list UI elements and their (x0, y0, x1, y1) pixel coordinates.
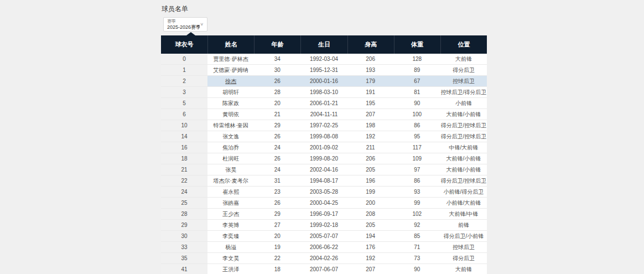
player-name-link[interactable]: 王少杰 (222, 210, 239, 218)
player-name-link[interactable]: 李奕臻 (222, 232, 239, 240)
cell-position: 大前锋/小前锋 (440, 153, 487, 164)
season-select[interactable]: 赛季 2025-2026赛季 ∨ (163, 17, 207, 32)
player-name-link[interactable]: 王洪泽 (222, 266, 239, 273)
cell-position: 大前锋/小前锋 (440, 164, 487, 175)
column-header-0[interactable]: 球衣号 (161, 35, 207, 54)
cell-jersey: 28 (161, 209, 207, 220)
table-row[interactable]: 5陈家政202006-01-2119590小前锋 (161, 98, 487, 109)
table-row[interactable]: 0贾里德·萨林杰341992-03-04206128大前锋 (161, 54, 487, 65)
table-row[interactable]: 16焦泊乔242001-09-02211117中锋/大前锋 (161, 142, 487, 153)
cell-name: 张昊 (207, 164, 254, 175)
cell-position: 前锋 (440, 220, 487, 231)
player-name-link[interactable]: 李文昊 (222, 255, 239, 262)
cell-birthday: 2005-07-07 (300, 231, 347, 242)
table-row[interactable]: 35李文昊222004-02-2619273得分后卫 (161, 253, 487, 264)
player-name-link[interactable]: 杨溢 (225, 244, 236, 251)
table-row[interactable]: 1艾德蒙·萨姆纳301995-12-3119389得分后卫 (161, 65, 487, 76)
table-row[interactable]: 10特雷维林·奎因291997-02-2519886得分后卫/控球后卫 (161, 120, 487, 131)
player-name-link[interactable]: 李英博 (222, 221, 239, 229)
column-header-3[interactable]: 生日 (300, 35, 347, 54)
table-row[interactable]: 25张皓嘉262000-04-2520099小前锋/大前锋 (161, 198, 487, 209)
column-header-1[interactable]: 姓名 (207, 35, 254, 54)
player-name-link[interactable]: 陈家政 (222, 100, 239, 107)
cell-name: 张皓嘉 (207, 198, 254, 209)
table-row[interactable]: 30李奕臻202005-07-0719485得分后卫/小前锋 (161, 231, 487, 242)
player-name-link[interactable]: 黄明依 (222, 111, 239, 118)
cell-height: 200 (347, 198, 394, 209)
cell-jersey: 2 (161, 76, 207, 87)
cell-weight: 90 (394, 98, 440, 109)
table-row[interactable]: 6黄明依212004-11-11207100大前锋/小前锋 (161, 109, 487, 120)
player-name-link[interactable]: 张皓嘉 (222, 199, 239, 207)
column-header-6[interactable]: 位置 (440, 35, 487, 54)
cell-position: 小前锋/大前锋 (440, 198, 487, 209)
cell-weight: 128 (394, 54, 440, 65)
cell-weight: 99 (394, 198, 440, 209)
player-name-link[interactable]: 塔杰尔·麦考尔 (214, 177, 248, 185)
cell-age: 23 (254, 187, 300, 198)
cell-jersey: 41 (161, 264, 207, 274)
column-header-5[interactable]: 体重 (394, 35, 440, 54)
cell-position: 小前锋/得分后卫 (440, 187, 487, 198)
cell-weight: 73 (394, 253, 440, 264)
cell-birthday: 1997-02-25 (300, 120, 347, 131)
cell-age: 20 (254, 98, 300, 109)
cell-height: 194 (347, 231, 394, 242)
cell-age: 24 (254, 142, 300, 153)
cell-position: 中锋/大前锋 (440, 142, 487, 153)
cell-birthday: 1994-08-17 (300, 175, 347, 187)
cell-age: 30 (254, 65, 300, 76)
player-name-link[interactable]: 张文逸 (222, 133, 239, 141)
table-row[interactable]: 14张文逸261999-08-0819295得分后卫/控球后卫 (161, 131, 487, 142)
cell-height: 192 (347, 253, 394, 264)
column-header-4[interactable]: 身高 (347, 35, 394, 54)
cell-height: 199 (347, 187, 394, 198)
cell-weight: 89 (394, 65, 440, 76)
table-row[interactable]: 28王少杰291996-09-17208102大前锋/中锋 (161, 209, 487, 220)
cell-position: 大前锋/中锋 (440, 209, 487, 220)
player-name-link[interactable]: 特雷维林·奎因 (214, 122, 248, 130)
cell-position: 大前锋/小前锋 (440, 109, 487, 120)
cell-weight: 86 (394, 175, 440, 187)
cell-age: 26 (254, 76, 300, 87)
cell-name: 李英博 (207, 220, 254, 231)
cell-height: 207 (347, 264, 394, 274)
cell-jersey: 6 (161, 109, 207, 120)
table-row[interactable]: 33杨溢192006-06-2217671控球后卫 (161, 242, 487, 253)
table-row[interactable]: 22塔杰尔·麦考尔311994-08-1719686得分后卫/控球后卫 (161, 175, 487, 187)
cell-birthday: 2003-05-28 (300, 187, 347, 198)
cell-weight: 90 (394, 264, 440, 274)
player-name-link[interactable]: 徐杰 (225, 77, 236, 85)
cell-age: 24 (254, 164, 300, 175)
table-row[interactable]: 29李英博271999-02-1820592前锋 (161, 220, 487, 231)
cell-jersey: 35 (161, 253, 207, 264)
season-select-label: 赛季 (167, 19, 200, 24)
cell-name: 徐杰 (207, 76, 254, 87)
player-name-link[interactable]: 胡明轩 (222, 89, 239, 96)
cell-position: 得分后卫/控球后卫 (440, 120, 487, 131)
cell-weight: 71 (394, 242, 440, 253)
table-row[interactable]: 41王洪泽182007-06-0720790大前锋 (161, 264, 487, 274)
cell-name: 杜润旺 (207, 153, 254, 164)
cell-age: 21 (254, 109, 300, 120)
table-row[interactable]: 3胡明轩281998-03-1019181控球后卫/得分后卫 (161, 87, 487, 98)
table-row[interactable]: 18杜润旺261999-08-20206109大前锋/小前锋 (161, 153, 487, 164)
table-row[interactable]: 24崔永熙232003-05-2819993小前锋/得分后卫 (161, 187, 487, 198)
table-row[interactable]: 21张昊242002-04-1620597大前锋/小前锋 (161, 164, 487, 175)
cell-position: 得分后卫 (440, 65, 487, 76)
column-header-2[interactable]: 年龄 (254, 35, 300, 54)
cell-weight: 85 (394, 231, 440, 242)
player-name-link[interactable]: 杜润旺 (222, 155, 239, 163)
cell-jersey: 10 (161, 120, 207, 131)
cell-birthday: 1995-12-31 (300, 65, 347, 76)
player-name-link[interactable]: 艾德蒙·萨姆纳 (214, 66, 248, 74)
player-name-link[interactable]: 崔永熙 (222, 188, 239, 196)
player-name-link[interactable]: 焦泊乔 (222, 144, 239, 152)
cell-birthday: 2006-06-22 (300, 242, 347, 253)
cell-weight: 92 (394, 220, 440, 231)
player-name-link[interactable]: 张昊 (225, 166, 236, 174)
cell-age: 22 (254, 253, 300, 264)
player-name-link[interactable]: 贾里德·萨林杰 (214, 55, 248, 63)
table-row[interactable]: 2徐杰262000-01-1617967控球后卫 (161, 76, 487, 87)
cell-height: 193 (347, 65, 394, 76)
